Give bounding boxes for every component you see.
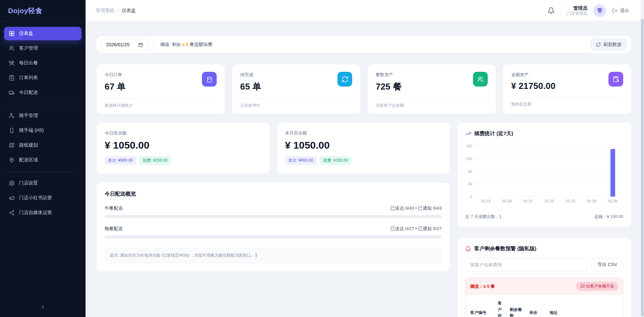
sidebar-item-today-delivery[interactable]: 今日配送 (4, 86, 82, 99)
sidebar-item-label: 骑手端 (H5) (19, 127, 44, 134)
alert-table-box: 阈值：≤ 5 餐 22 位客户余额不足 客户编号客户姓名剩余餐数单价地址 (465, 277, 623, 317)
page-content: 2026/01/25 阈值: 剩余 ≤ 5 餐提醒续费 刷新数据 今日订单67 … (86, 21, 644, 317)
text-caret (256, 253, 256, 257)
threshold-highlight: ≤ 5 (182, 42, 189, 47)
stat-card-pending: 待完成65 单正在处理中 (232, 64, 360, 114)
delivery-row-label: 晚餐配送 (105, 226, 123, 232)
share-icon (9, 210, 15, 216)
sidebar-item-store-settings[interactable]: 门店设置 (4, 176, 82, 190)
shopping-bag-icon (202, 72, 217, 87)
sidebar-item-dashboard[interactable]: 仪表盘 (4, 27, 82, 40)
stats-grid: 今日订单67 单按选择日期统计待完成65 单正在处理中餐数资产725 餐活跃客户… (97, 64, 631, 114)
sidebar: Dojoy轻食 仪表盘客户管理每日出餐订单列表今日配送骑手管理骑手端 (H5)路… (0, 0, 86, 317)
chart-y-tick: 120 (466, 157, 472, 161)
sidebar-collapse-button[interactable] (0, 298, 86, 317)
sidebar-item-label: 路线规划 (19, 142, 38, 148)
revenue-label: 本月营业额 (285, 130, 442, 136)
chart-bar (610, 149, 615, 197)
revenue-value: ¥ 1050.00 (105, 140, 262, 151)
sidebar-item-store-xhs[interactable]: 门店小红书运营 (4, 191, 82, 205)
sidebar-item-daily-meals[interactable]: 每日出餐 (4, 56, 82, 70)
alert-title: 客户剩余餐数预警 (隐私版) (474, 245, 536, 252)
revenue-badge-renew: 续费: ¥150.00 (320, 156, 352, 165)
stat-card-meal-assets: 餐数资产725 餐活跃客户总余额 (368, 64, 496, 114)
sidebar-item-rider-h5[interactable]: 骑手端 (H5) (4, 124, 82, 137)
stat-value: ¥ 21750.00 (511, 81, 555, 91)
notification-bell-icon[interactable] (547, 7, 555, 14)
delivery-title: 今日配送概览 (105, 191, 442, 198)
filter-toolbar: 2026/01/25 阈值: 剩余 ≤ 5 餐提醒续费 刷新数据 (97, 36, 631, 53)
chart-x-label: 01-25 (602, 199, 623, 203)
sidebar-item-label: 订单列表 (19, 75, 38, 81)
chart-footer-amount: 金额：¥ 150.00 (594, 214, 623, 220)
revenue-card-month-revenue: 本月营业额¥ 1050.00首次: ¥900.00续费: ¥150.00 (277, 123, 450, 174)
chart-x-label: 01-19 (475, 199, 496, 203)
breadcrumb-current: 仪表盘 (122, 8, 136, 14)
chart-plot (475, 146, 623, 197)
logout-button[interactable]: 退出 (612, 8, 629, 14)
stat-card-amount-assets: 金额资产¥ 21750.00预收款总额 (503, 64, 631, 114)
scrollbar-thumb[interactable] (641, 19, 644, 316)
delivery-progress-track (105, 235, 442, 239)
customer-search-input[interactable] (465, 258, 587, 271)
alert-table-header-row: 客户编号客户姓名剩余餐数单价地址 (466, 295, 623, 317)
chart-gridline (475, 158, 623, 159)
alert-table: 客户编号客户姓名剩余餐数单价地址 (466, 295, 623, 317)
megaphone-icon (9, 195, 15, 201)
alert-column-header: 剩余餐数 (506, 295, 526, 317)
refresh-data-button[interactable]: 刷新数据 (591, 39, 627, 51)
map-icon (9, 142, 15, 148)
bar-chart: 04080120160 (465, 146, 623, 197)
export-csv-button[interactable]: 导出 CSV (591, 258, 623, 271)
chart-x-label: 01-24 (581, 199, 602, 203)
revenue-badge-first: 首次: ¥900.00 (285, 156, 317, 165)
clipboard-icon (9, 75, 15, 81)
stat-value: 67 单 (105, 81, 126, 93)
user-name: 管理员 (567, 5, 587, 11)
user-info: 管理员 门店管理员 (567, 5, 587, 16)
date-picker[interactable]: 2026/01/25 (101, 39, 148, 50)
chart-x-label: 01-20 (496, 199, 518, 203)
low-balance-alert-card: 客户剩余餐数预警 (隐私版) 导出 CSV 阈值：≤ 5 餐 22 位客户余额不… (457, 238, 631, 317)
sidebar-item-routes[interactable]: 路线规划 (4, 139, 82, 152)
chart-x-label: 01-21 (518, 199, 539, 203)
delivery-overview-card: 今日配送概览 午餐配送已送达 0/43 • 已通知 0/43晚餐配送已送达 0/… (97, 182, 450, 271)
chart-x-label: 01-22 (539, 199, 560, 203)
wallet-icon (608, 72, 623, 87)
sidebar-item-riders[interactable]: 骑手管理 (4, 109, 82, 122)
users-icon (473, 72, 488, 87)
refresh-icon (337, 72, 352, 87)
chart-title: 续费统计 (近7天) (474, 130, 513, 137)
breadcrumb-root[interactable]: 管理系统 (96, 8, 114, 14)
sidebar-item-customers[interactable]: 客户管理 (4, 42, 82, 55)
renewal-chart-card: 续费统计 (近7天) 04080120160 01-1901-2001-2101… (457, 123, 631, 227)
delivery-row-label: 午餐配送 (105, 205, 123, 211)
sidebar-item-label: 今日配送 (19, 90, 38, 96)
avatar[interactable]: 管 (593, 4, 606, 17)
header-actions: 管理员 门店管理员 管 退出 (547, 4, 629, 17)
sidebar-item-zones[interactable]: 配送区域 (4, 153, 82, 167)
delivery-row-status: 已送达 0/43 • 已通知 0/43 (390, 205, 442, 211)
sidebar-item-label: 配送区域 (19, 157, 38, 163)
delivery-row: 晚餐配送已送达 0/27 • 已通知 0/27 (105, 226, 442, 239)
alert-column-header: 单价 (526, 295, 546, 317)
page-scrollbar (641, 0, 644, 317)
revenue-grid: 今日营业额¥ 1050.00首次: ¥900.00续费: ¥150.00本月营业… (97, 123, 450, 174)
sidebar-item-label: 门店设置 (19, 180, 38, 186)
alert-banner: 阈值：≤ 5 餐 22 位客户余额不足 (466, 278, 623, 295)
stat-card-today-orders: 今日订单67 单按选择日期统计 (97, 64, 225, 114)
sidebar-item-orders[interactable]: 订单列表 (4, 71, 82, 85)
alert-bell-icon (465, 246, 471, 252)
sidebar-nav: 仪表盘客户管理每日出餐订单列表今日配送骑手管理骑手端 (H5)路线规划配送区域门… (0, 21, 86, 219)
dashboard-icon (9, 31, 15, 37)
chart-gridline (475, 146, 623, 146)
sidebar-item-store-media[interactable]: 门店自媒体运营 (4, 206, 82, 219)
header-divider (561, 6, 561, 16)
stat-footer: 预收款总额 (511, 97, 623, 111)
delivery-row-status: 已送达 0/27 • 已通知 0/27 (390, 226, 442, 232)
sidebar-item-label: 骑手管理 (19, 113, 38, 119)
delivery-tip: 提示: 通知目前为本地演示版 (记录状态/时间) ，后续可替换为微信模板消息接口… (105, 248, 442, 263)
stat-footer: 正在处理中 (240, 99, 352, 112)
chart-y-tick: 80 (468, 169, 472, 173)
delivery-row: 午餐配送已送达 0/43 • 已通知 0/43 (105, 205, 442, 218)
